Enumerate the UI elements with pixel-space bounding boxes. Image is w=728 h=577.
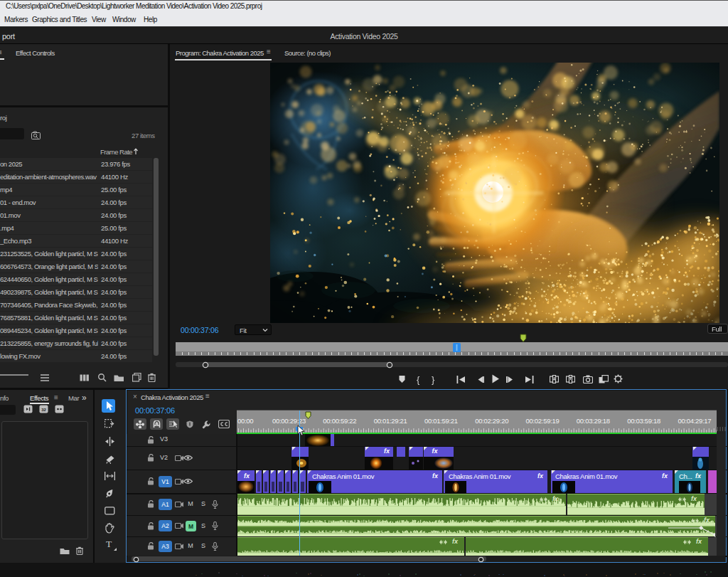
svg-text:32: 32 — [41, 408, 46, 412]
